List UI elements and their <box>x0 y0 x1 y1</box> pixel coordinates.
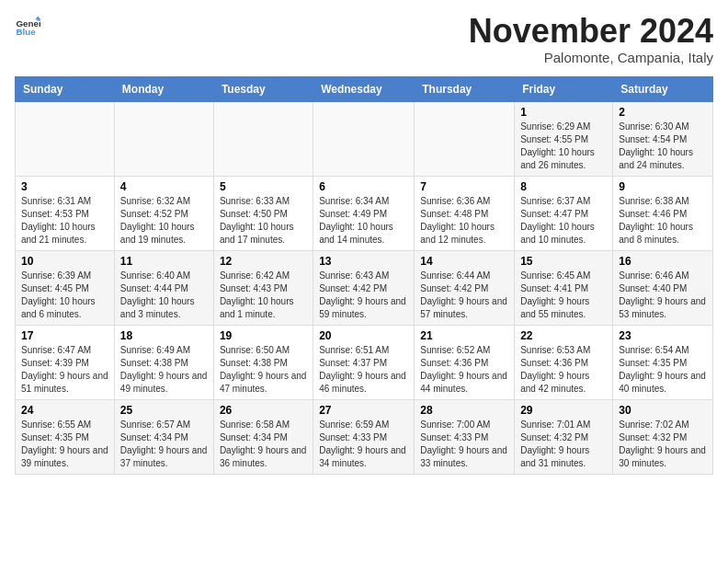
weekday-header-friday: Friday <box>515 77 613 102</box>
calendar-cell: 29Sunrise: 7:01 AM Sunset: 4:32 PM Dayli… <box>515 400 613 475</box>
day-number: 24 <box>21 404 108 417</box>
calendar-cell: 5Sunrise: 6:33 AM Sunset: 4:50 PM Daylig… <box>213 177 313 251</box>
day-info: Sunrise: 6:44 AM Sunset: 4:42 PM Dayligh… <box>420 270 508 321</box>
day-number: 9 <box>619 180 707 193</box>
day-number: 20 <box>319 329 408 342</box>
day-number: 19 <box>220 329 307 342</box>
calendar-cell: 1Sunrise: 6:29 AM Sunset: 4:55 PM Daylig… <box>515 102 613 177</box>
day-info: Sunrise: 6:52 AM Sunset: 4:36 PM Dayligh… <box>420 344 508 396</box>
day-info: Sunrise: 6:36 AM Sunset: 4:48 PM Dayligh… <box>420 195 508 247</box>
day-number: 22 <box>520 329 607 342</box>
day-info: Sunrise: 6:42 AM Sunset: 4:43 PM Dayligh… <box>220 270 307 321</box>
weekday-header-tuesday: Tuesday <box>213 77 313 102</box>
title-area: November 2024 Palomonte, Campania, Italy <box>469 15 713 65</box>
calendar-week-4: 17Sunrise: 6:47 AM Sunset: 4:39 PM Dayli… <box>16 326 713 400</box>
calendar-cell <box>415 102 515 177</box>
calendar-cell: 16Sunrise: 6:46 AM Sunset: 4:40 PM Dayli… <box>613 251 713 326</box>
calendar-cell: 27Sunrise: 6:59 AM Sunset: 4:33 PM Dayli… <box>313 400 415 475</box>
day-info: Sunrise: 6:34 AM Sunset: 4:49 PM Dayligh… <box>319 195 408 247</box>
weekday-header-wednesday: Wednesday <box>313 77 415 102</box>
logo-icon: General Blue <box>15 15 40 40</box>
calendar-cell: 19Sunrise: 6:50 AM Sunset: 4:38 PM Dayli… <box>213 326 313 400</box>
month-title: November 2024 <box>469 15 713 48</box>
day-number: 11 <box>120 255 208 268</box>
weekday-header-saturday: Saturday <box>613 77 713 102</box>
day-number: 18 <box>120 329 208 342</box>
day-info: Sunrise: 7:02 AM Sunset: 4:32 PM Dayligh… <box>619 419 707 470</box>
day-info: Sunrise: 6:51 AM Sunset: 4:37 PM Dayligh… <box>319 344 408 396</box>
calendar-cell: 3Sunrise: 6:31 AM Sunset: 4:53 PM Daylig… <box>16 177 115 251</box>
calendar-week-1: 1Sunrise: 6:29 AM Sunset: 4:55 PM Daylig… <box>16 102 713 177</box>
calendar-cell: 21Sunrise: 6:52 AM Sunset: 4:36 PM Dayli… <box>415 326 515 400</box>
day-number: 17 <box>21 329 108 342</box>
calendar-cell: 26Sunrise: 6:58 AM Sunset: 4:34 PM Dayli… <box>213 400 313 475</box>
day-info: Sunrise: 6:46 AM Sunset: 4:40 PM Dayligh… <box>619 270 707 321</box>
day-number: 30 <box>619 404 707 417</box>
day-info: Sunrise: 6:57 AM Sunset: 4:34 PM Dayligh… <box>120 419 208 470</box>
day-number: 28 <box>420 404 508 417</box>
day-info: Sunrise: 6:50 AM Sunset: 4:38 PM Dayligh… <box>220 344 307 396</box>
day-number: 2 <box>619 106 707 119</box>
day-number: 16 <box>619 255 707 268</box>
calendar-cell: 14Sunrise: 6:44 AM Sunset: 4:42 PM Dayli… <box>415 251 515 326</box>
calendar-cell: 6Sunrise: 6:34 AM Sunset: 4:49 PM Daylig… <box>313 177 415 251</box>
day-number: 5 <box>220 180 307 193</box>
day-info: Sunrise: 6:58 AM Sunset: 4:34 PM Dayligh… <box>220 419 307 470</box>
location-subtitle: Palomonte, Campania, Italy <box>469 50 713 65</box>
calendar-cell: 30Sunrise: 7:02 AM Sunset: 4:32 PM Dayli… <box>613 400 713 475</box>
day-number: 26 <box>220 404 307 417</box>
day-number: 10 <box>21 255 108 268</box>
day-info: Sunrise: 6:45 AM Sunset: 4:41 PM Dayligh… <box>520 270 607 321</box>
calendar-cell: 20Sunrise: 6:51 AM Sunset: 4:37 PM Dayli… <box>313 326 415 400</box>
calendar-cell: 17Sunrise: 6:47 AM Sunset: 4:39 PM Dayli… <box>16 326 115 400</box>
day-info: Sunrise: 6:30 AM Sunset: 4:54 PM Dayligh… <box>619 121 707 172</box>
day-info: Sunrise: 6:53 AM Sunset: 4:36 PM Dayligh… <box>520 344 607 396</box>
day-number: 12 <box>220 255 307 268</box>
day-number: 14 <box>420 255 508 268</box>
day-number: 8 <box>520 180 607 193</box>
day-info: Sunrise: 6:55 AM Sunset: 4:35 PM Dayligh… <box>21 419 108 470</box>
logo: General Blue <box>15 15 40 40</box>
calendar-week-3: 10Sunrise: 6:39 AM Sunset: 4:45 PM Dayli… <box>16 251 713 326</box>
calendar-week-5: 24Sunrise: 6:55 AM Sunset: 4:35 PM Dayli… <box>16 400 713 475</box>
calendar-cell: 13Sunrise: 6:43 AM Sunset: 4:42 PM Dayli… <box>313 251 415 326</box>
day-info: Sunrise: 7:00 AM Sunset: 4:33 PM Dayligh… <box>420 419 508 470</box>
day-number: 13 <box>319 255 408 268</box>
day-info: Sunrise: 6:37 AM Sunset: 4:47 PM Dayligh… <box>520 195 607 247</box>
day-info: Sunrise: 6:39 AM Sunset: 4:45 PM Dayligh… <box>21 270 108 321</box>
calendar-cell: 10Sunrise: 6:39 AM Sunset: 4:45 PM Dayli… <box>16 251 115 326</box>
svg-text:Blue: Blue <box>16 27 36 37</box>
day-info: Sunrise: 6:54 AM Sunset: 4:35 PM Dayligh… <box>619 344 707 396</box>
day-number: 23 <box>619 329 707 342</box>
day-info: Sunrise: 6:49 AM Sunset: 4:38 PM Dayligh… <box>120 344 208 396</box>
day-info: Sunrise: 6:38 AM Sunset: 4:46 PM Dayligh… <box>619 195 707 247</box>
day-number: 7 <box>420 180 508 193</box>
day-info: Sunrise: 6:47 AM Sunset: 4:39 PM Dayligh… <box>21 344 108 396</box>
calendar-cell <box>114 102 213 177</box>
day-number: 25 <box>120 404 208 417</box>
weekday-header-thursday: Thursday <box>415 77 515 102</box>
calendar-cell: 28Sunrise: 7:00 AM Sunset: 4:33 PM Dayli… <box>415 400 515 475</box>
page-header: General Blue November 2024 Palomonte, Ca… <box>15 15 713 65</box>
calendar-cell <box>313 102 415 177</box>
weekday-header-monday: Monday <box>114 77 213 102</box>
calendar-cell: 15Sunrise: 6:45 AM Sunset: 4:41 PM Dayli… <box>515 251 613 326</box>
calendar-cell: 8Sunrise: 6:37 AM Sunset: 4:47 PM Daylig… <box>515 177 613 251</box>
day-number: 3 <box>21 180 108 193</box>
calendar-cell: 23Sunrise: 6:54 AM Sunset: 4:35 PM Dayli… <box>613 326 713 400</box>
weekday-header-sunday: Sunday <box>16 77 115 102</box>
calendar-cell: 18Sunrise: 6:49 AM Sunset: 4:38 PM Dayli… <box>114 326 213 400</box>
calendar-week-2: 3Sunrise: 6:31 AM Sunset: 4:53 PM Daylig… <box>16 177 713 251</box>
calendar-cell: 11Sunrise: 6:40 AM Sunset: 4:44 PM Dayli… <box>114 251 213 326</box>
calendar-cell: 9Sunrise: 6:38 AM Sunset: 4:46 PM Daylig… <box>613 177 713 251</box>
day-number: 15 <box>520 255 607 268</box>
day-info: Sunrise: 6:40 AM Sunset: 4:44 PM Dayligh… <box>120 270 208 321</box>
day-number: 4 <box>120 180 208 193</box>
calendar-cell: 4Sunrise: 6:32 AM Sunset: 4:52 PM Daylig… <box>114 177 213 251</box>
calendar-cell: 24Sunrise: 6:55 AM Sunset: 4:35 PM Dayli… <box>16 400 115 475</box>
day-number: 29 <box>520 404 607 417</box>
day-info: Sunrise: 6:32 AM Sunset: 4:52 PM Dayligh… <box>120 195 208 247</box>
day-info: Sunrise: 6:33 AM Sunset: 4:50 PM Dayligh… <box>220 195 307 247</box>
calendar-cell: 2Sunrise: 6:30 AM Sunset: 4:54 PM Daylig… <box>613 102 713 177</box>
calendar-cell <box>16 102 115 177</box>
